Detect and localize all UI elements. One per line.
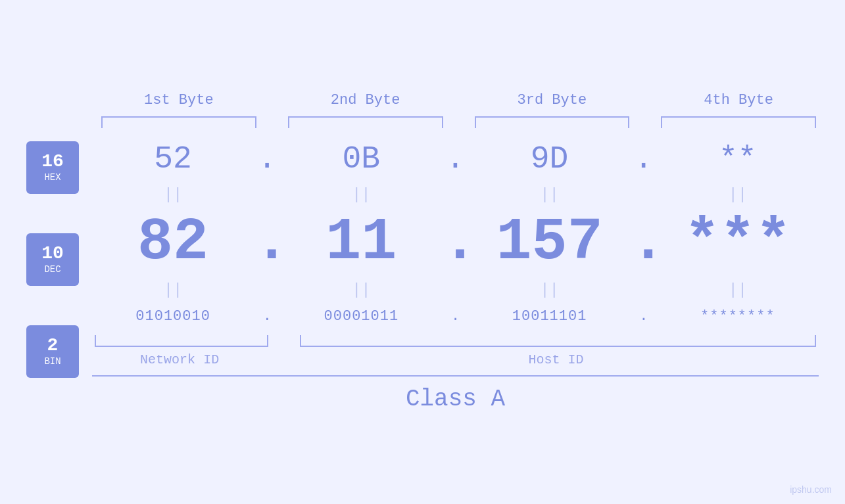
- eq2-b1: ||: [92, 279, 254, 302]
- bin-byte1: 01010010: [92, 302, 254, 331]
- bin-byte3: 10011101: [469, 302, 631, 331]
- network-id-label: Network ID: [92, 352, 267, 367]
- dec-dot2: .: [443, 209, 469, 276]
- hex-dot1: .: [254, 141, 280, 177]
- id-labels: Network ID Host ID: [92, 352, 819, 367]
- class-bracket-line: [92, 375, 819, 377]
- bin-byte4: ********: [657, 302, 819, 331]
- hex-byte4: **: [657, 135, 819, 183]
- dec-byte4: ***: [657, 206, 819, 279]
- class-label: Class A: [92, 386, 819, 413]
- eq1-b3: ||: [469, 183, 631, 206]
- bin-row: 01010010 . 00001011 . 10011101 . *******…: [92, 302, 819, 331]
- equals-row-1: || . || . || . ||: [92, 183, 819, 206]
- bracket-bottom-network: [95, 335, 268, 347]
- eq2-b3: ||: [469, 279, 631, 302]
- hex-dot3: .: [631, 141, 657, 177]
- bracket-top-1: [101, 116, 256, 128]
- dec-dot3: .: [631, 209, 657, 276]
- dec-byte1: 82: [92, 206, 254, 279]
- dec-dot1: .: [254, 209, 280, 276]
- eq1-b2: ||: [280, 183, 442, 206]
- content-area: 16 HEX 10 DEC 2 BIN 52 . 0B . 9D . **: [26, 135, 819, 413]
- bracket-bottom-host: [300, 335, 816, 347]
- bracket-top-2: [288, 116, 443, 128]
- equals-row-2: || . || . || . ||: [92, 279, 819, 302]
- hex-byte3: 9D: [469, 135, 631, 183]
- hex-byte1: 52: [92, 135, 254, 183]
- byte3-header: 3rd Byte: [472, 92, 633, 114]
- byte2-header: 2nd Byte: [285, 92, 446, 114]
- hex-byte2: 0B: [280, 135, 442, 183]
- dec-badge: 10 DEC: [26, 233, 79, 286]
- watermark: ipshu.com: [790, 484, 832, 495]
- dec-byte2: 11: [280, 206, 442, 279]
- byte1-header: 1st Byte: [99, 92, 259, 114]
- bracket-top-3: [475, 116, 630, 128]
- eq1-b4: ||: [657, 183, 819, 206]
- main-container: 1st Byte 2nd Byte 3rd Byte 4th Byte 16 H…: [0, 0, 845, 504]
- eq2-b2: ||: [280, 279, 442, 302]
- byte4-header: 4th Byte: [658, 92, 819, 114]
- class-section: Class A: [92, 375, 819, 413]
- bin-byte2: 00001011: [280, 302, 442, 331]
- dec-byte3: 157: [469, 206, 631, 279]
- dec-row: 82 . 11 . 157 . ***: [92, 206, 819, 279]
- bottom-brackets: [92, 335, 819, 347]
- bin-dot3: .: [631, 308, 657, 325]
- bin-dot1: .: [254, 308, 280, 325]
- eq1-b1: ||: [92, 183, 254, 206]
- hex-row: 52 . 0B . 9D . **: [92, 135, 819, 183]
- rows-container: 52 . 0B . 9D . ** || . || . || . || 82: [92, 135, 819, 413]
- hex-dot2: .: [443, 141, 469, 177]
- eq2-b4: ||: [657, 279, 819, 302]
- bin-dot2: .: [443, 308, 469, 325]
- bin-badge: 2 BIN: [26, 325, 79, 378]
- hex-badge: 16 HEX: [26, 141, 79, 194]
- host-id-label: Host ID: [293, 352, 819, 367]
- bracket-top-4: [661, 116, 816, 128]
- base-labels: 16 HEX 10 DEC 2 BIN: [26, 141, 79, 378]
